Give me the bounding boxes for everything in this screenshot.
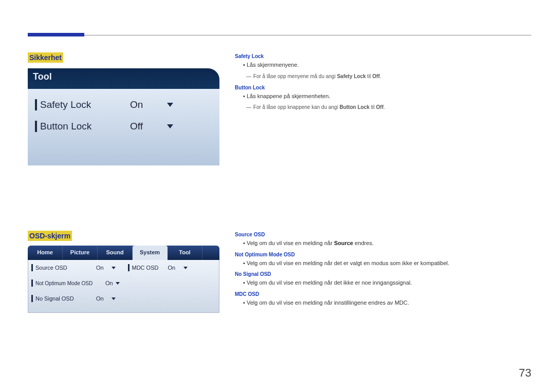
list-item: Lås knappene på skjermenheten.	[243, 92, 523, 101]
mdc-osd-row: MDC OSD On	[125, 260, 219, 275]
note-bold: Safety Lock	[337, 73, 366, 79]
row-indicator	[31, 295, 33, 302]
note-text: .	[380, 73, 381, 79]
list-item: Velg om du vil vise en melding når det e…	[243, 259, 523, 268]
chevron-down-icon[interactable]	[183, 267, 188, 269]
nosig-osd-bullets: Velg om du vil vise en melding når det i…	[243, 278, 523, 287]
text: endres.	[353, 240, 374, 246]
row-indicator	[128, 264, 130, 271]
source-osd-title: Source OSD	[235, 231, 523, 238]
source-osd-row: Source OSD On	[28, 260, 123, 275]
source-osd-label: Source OSD	[35, 265, 96, 271]
nosig-osd-row: No Signal OSD On	[28, 291, 123, 306]
row-indicator	[31, 279, 33, 287]
row-indicator	[35, 121, 37, 132]
note-text: For å låse opp menyene må du angi	[253, 73, 337, 79]
note-bold: Off	[373, 73, 380, 79]
mdc-osd-bullets: Velg om du vil vise en melding når innst…	[243, 298, 523, 307]
note-bold: Off	[376, 104, 383, 110]
note-text: til	[369, 104, 376, 110]
note-text: For å låse opp knappene kan du angi	[253, 104, 340, 110]
mdc-osd-label: MDC OSD	[132, 265, 168, 271]
osd-tabs: Home Picture Sound System Tool	[28, 246, 219, 260]
button-lock-row: Button Lock Off	[35, 121, 212, 132]
safety-lock-title: Safety Lock	[235, 52, 523, 60]
tool-panel-header: Tool	[28, 68, 219, 89]
nosig-osd-value: On	[96, 295, 112, 302]
notopt-osd-row: Not Optimum Mode OSD On	[28, 275, 123, 291]
button-lock-note: ― For å låse opp knappene kan du angi Bu…	[246, 103, 523, 111]
row-indicator	[31, 264, 33, 271]
list-item: Velg om du vil vise en melding når Sourc…	[243, 239, 523, 248]
header-rule	[84, 35, 531, 35]
tool-panel-body: Safety Lock On Button Lock Off	[28, 89, 219, 165]
list-item: Velg om du vil vise en melding når det i…	[243, 278, 523, 287]
chevron-down-icon[interactable]	[112, 267, 116, 269]
osd-body: Source OSD On MDC OSD On Not Optimum Mod…	[28, 260, 219, 313]
safety-lock-label: Safety Lock	[40, 99, 130, 110]
chevron-down-icon	[167, 103, 173, 107]
row-indicator	[35, 99, 37, 110]
source-osd-value: On	[96, 265, 112, 271]
tab-sound[interactable]: Sound	[98, 246, 133, 260]
tab-tool[interactable]: Tool	[168, 246, 202, 260]
osd-heading: OSD-skjerm	[28, 231, 72, 241]
chevron-down-icon	[167, 124, 173, 128]
osd-description: Source OSD Velg om du vil vise en meldin…	[235, 231, 523, 310]
chevron-down-icon[interactable]	[112, 297, 116, 300]
mdc-osd-title: MDC OSD	[235, 290, 523, 298]
text: Velg om du vil vise en melding når	[247, 240, 334, 246]
notopt-osd-label: Not Optimum Mode OSD	[35, 281, 105, 286]
nosig-osd-title: No Signal OSD	[235, 270, 523, 278]
list-item: Velg om du vil vise en melding når innst…	[243, 298, 523, 307]
notopt-osd-title: Not Optimum Mode OSD	[235, 251, 523, 258]
safety-lock-bullets: Lås skjermmenyene.	[243, 61, 523, 69]
list-item: Lås skjermmenyene.	[243, 61, 523, 69]
notopt-osd-bullets: Velg om du vil vise en melding når det e…	[243, 259, 523, 268]
page-number: 73	[519, 366, 531, 380]
tab-system[interactable]: System	[133, 246, 168, 260]
tab-home[interactable]: Home	[28, 246, 63, 260]
nosig-osd-label: No Signal OSD	[35, 295, 96, 302]
safety-lock-select[interactable]: On	[130, 99, 173, 110]
osd-panel: Home Picture Sound System Tool Source OS…	[28, 246, 219, 314]
mdc-osd-value: On	[168, 265, 183, 271]
sikkerhet-description: Safety Lock Lås skjermmenyene. ― For å l…	[235, 52, 523, 111]
note-text: til	[366, 73, 373, 79]
notopt-osd-value: On	[105, 280, 116, 286]
tool-panel: Tool Safety Lock On Button Lock Off	[28, 68, 219, 157]
note-text: .	[383, 104, 385, 110]
source-osd-bullets: Velg om du vil vise en melding når Sourc…	[243, 239, 523, 248]
accent-bar	[28, 33, 84, 36]
button-lock-select[interactable]: Off	[130, 121, 173, 132]
note-bold: Button Lock	[340, 104, 369, 110]
sikkerhet-heading: Sikkerhet	[28, 52, 63, 63]
button-lock-title: Button Lock	[235, 84, 523, 91]
button-lock-bullets: Lås knappene på skjermenheten.	[243, 92, 523, 101]
button-lock-value: Off	[130, 121, 167, 132]
button-lock-label: Button Lock	[40, 121, 130, 132]
safety-lock-note: ― For å låse opp menyene må du angi Safe…	[246, 72, 523, 81]
bold-text: Source	[334, 240, 353, 246]
chevron-down-icon[interactable]	[116, 282, 120, 285]
tab-picture[interactable]: Picture	[63, 246, 98, 260]
safety-lock-value: On	[130, 99, 167, 110]
safety-lock-row: Safety Lock On	[35, 99, 212, 110]
